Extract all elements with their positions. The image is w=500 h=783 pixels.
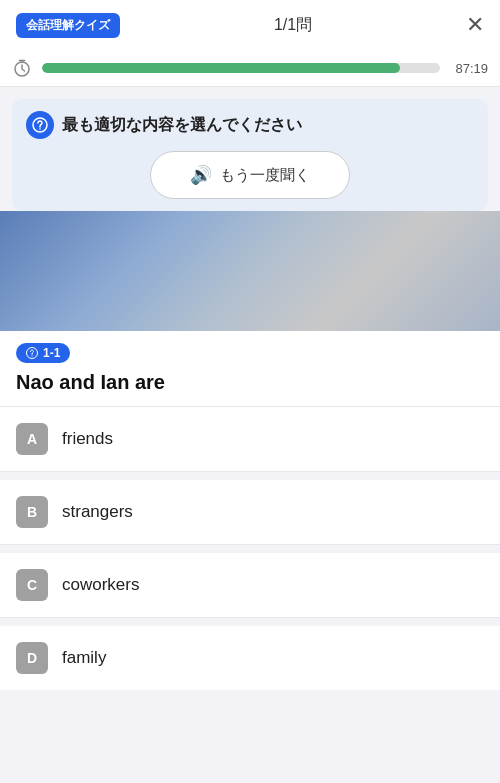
option-c[interactable]: C coworkers — [0, 553, 500, 618]
option-c-letter: C — [16, 569, 48, 601]
media-area — [0, 211, 500, 331]
option-a-letter: A — [16, 423, 48, 455]
option-separator-2 — [0, 545, 500, 553]
svg-point-2 — [39, 128, 41, 130]
option-d[interactable]: D family — [0, 626, 500, 690]
question-number-badge: 1-1 — [16, 343, 70, 363]
option-a-text: friends — [62, 429, 113, 449]
quiz-badge: 会話理解クイズ — [16, 13, 120, 38]
question-text: Nao and Ian are — [16, 371, 484, 398]
progress-bar-fill — [42, 63, 400, 73]
svg-point-4 — [31, 355, 32, 356]
question-icon — [26, 111, 54, 139]
listen-button-label: もう一度聞く — [220, 166, 310, 185]
timer-text: 87:19 — [450, 61, 488, 76]
close-button[interactable]: ✕ — [466, 12, 484, 38]
listen-again-button[interactable]: 🔊 もう一度聞く — [150, 151, 350, 199]
instruction-card: 最も適切な内容を選んでください 🔊 もう一度聞く — [12, 99, 488, 211]
option-d-text: family — [62, 648, 106, 668]
option-separator-3 — [0, 618, 500, 626]
progress-bar-background — [42, 63, 440, 73]
header: 会話理解クイズ 1/1問 ✕ — [0, 0, 500, 50]
speaker-icon: 🔊 — [190, 164, 212, 186]
option-b[interactable]: B strangers — [0, 480, 500, 545]
option-b-letter: B — [16, 496, 48, 528]
options-list: A friends B strangers C coworkers D fami… — [0, 407, 500, 690]
option-d-letter: D — [16, 642, 48, 674]
option-b-text: strangers — [62, 502, 133, 522]
question-section: 1-1 Nao and Ian are — [0, 331, 500, 407]
option-separator-1 — [0, 472, 500, 480]
timer-icon — [12, 58, 32, 78]
option-a[interactable]: A friends — [0, 407, 500, 472]
progress-bar-row: 87:19 — [0, 50, 500, 87]
instruction-header: 最も適切な内容を選んでください — [26, 111, 474, 139]
option-c-text: coworkers — [62, 575, 139, 595]
question-badge-label: 1-1 — [43, 346, 60, 360]
instruction-text: 最も適切な内容を選んでください — [62, 115, 302, 136]
progress-indicator: 1/1問 — [274, 15, 312, 36]
